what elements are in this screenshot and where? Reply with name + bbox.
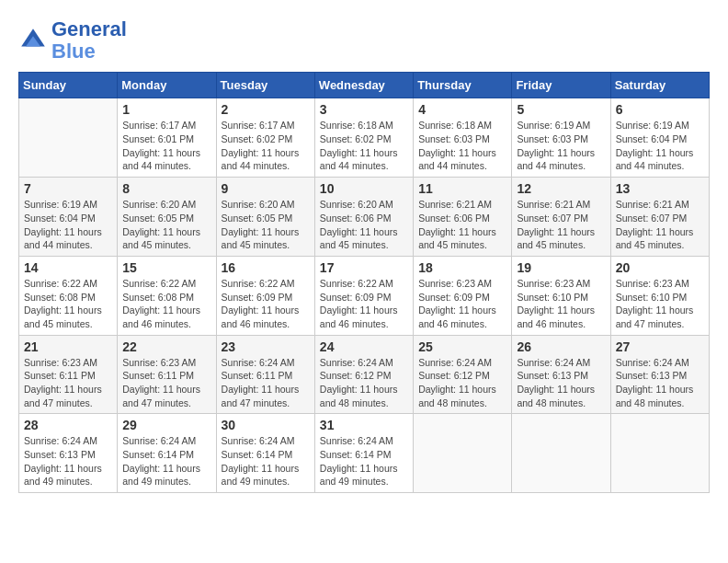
week-row-1: 1Sunrise: 6:17 AMSunset: 6:01 PMDaylight… — [19, 98, 710, 178]
day-number: 7 — [24, 181, 112, 196]
col-header-saturday: Saturday — [610, 73, 709, 98]
day-cell: 28Sunrise: 6:24 AMSunset: 6:13 PMDayligh… — [19, 414, 118, 493]
day-number: 10 — [320, 181, 408, 196]
day-number: 4 — [418, 102, 506, 117]
day-cell: 24Sunrise: 6:24 AMSunset: 6:12 PMDayligh… — [314, 335, 413, 414]
day-info: Sunrise: 6:24 AMSunset: 6:11 PMDaylight:… — [222, 356, 310, 410]
day-number: 15 — [122, 260, 210, 275]
day-info: Sunrise: 6:22 AMSunset: 6:09 PMDaylight:… — [320, 277, 408, 331]
day-info: Sunrise: 6:24 AMSunset: 6:13 PMDaylight:… — [517, 356, 605, 410]
day-number: 24 — [320, 339, 408, 354]
calendar-body: 1Sunrise: 6:17 AMSunset: 6:01 PMDaylight… — [19, 98, 710, 493]
day-cell: 7Sunrise: 6:19 AMSunset: 6:04 PMDaylight… — [19, 178, 118, 257]
logo: GeneralBlue — [18, 18, 127, 63]
day-number: 5 — [517, 102, 605, 117]
day-cell — [610, 414, 709, 493]
day-info: Sunrise: 6:23 AMSunset: 6:11 PMDaylight:… — [24, 356, 112, 410]
day-number: 13 — [616, 181, 704, 196]
day-info: Sunrise: 6:21 AMSunset: 6:07 PMDaylight:… — [616, 198, 704, 252]
day-number: 22 — [122, 339, 210, 354]
day-number: 8 — [122, 181, 210, 196]
day-number: 29 — [122, 418, 210, 432]
day-info: Sunrise: 6:17 AMSunset: 6:01 PMDaylight:… — [122, 119, 210, 173]
day-info: Sunrise: 6:18 AMSunset: 6:02 PMDaylight:… — [320, 119, 408, 173]
col-header-tuesday: Tuesday — [216, 73, 314, 98]
day-cell: 17Sunrise: 6:22 AMSunset: 6:09 PMDayligh… — [314, 256, 413, 335]
day-cell: 31Sunrise: 6:24 AMSunset: 6:14 PMDayligh… — [314, 414, 413, 493]
day-info: Sunrise: 6:23 AMSunset: 6:09 PMDaylight:… — [418, 277, 506, 331]
day-info: Sunrise: 6:23 AMSunset: 6:10 PMDaylight:… — [517, 277, 605, 331]
day-cell: 5Sunrise: 6:19 AMSunset: 6:03 PMDaylight… — [512, 98, 610, 178]
day-info: Sunrise: 6:20 AMSunset: 6:05 PMDaylight:… — [222, 198, 310, 252]
day-info: Sunrise: 6:18 AMSunset: 6:03 PMDaylight:… — [418, 119, 506, 173]
day-cell: 9Sunrise: 6:20 AMSunset: 6:05 PMDaylight… — [216, 178, 314, 257]
calendar-table: SundayMondayTuesdayWednesdayThursdayFrid… — [18, 72, 710, 493]
day-info: Sunrise: 6:24 AMSunset: 6:14 PMDaylight:… — [222, 434, 310, 488]
day-info: Sunrise: 6:20 AMSunset: 6:05 PMDaylight:… — [122, 198, 210, 252]
calendar-header: SundayMondayTuesdayWednesdayThursdayFrid… — [19, 73, 710, 98]
day-number: 27 — [616, 339, 704, 354]
col-header-friday: Friday — [512, 73, 610, 98]
day-cell: 26Sunrise: 6:24 AMSunset: 6:13 PMDayligh… — [512, 335, 610, 414]
day-number: 16 — [222, 260, 310, 275]
week-row-2: 7Sunrise: 6:19 AMSunset: 6:04 PMDaylight… — [19, 178, 710, 257]
day-number: 23 — [222, 339, 310, 354]
day-number: 25 — [418, 339, 506, 354]
day-number: 1 — [122, 102, 210, 117]
day-cell: 15Sunrise: 6:22 AMSunset: 6:08 PMDayligh… — [118, 256, 216, 335]
day-cell: 1Sunrise: 6:17 AMSunset: 6:01 PMDaylight… — [118, 98, 216, 178]
day-cell: 22Sunrise: 6:23 AMSunset: 6:11 PMDayligh… — [118, 335, 216, 414]
day-cell: 16Sunrise: 6:22 AMSunset: 6:09 PMDayligh… — [216, 256, 314, 335]
day-info: Sunrise: 6:22 AMSunset: 6:08 PMDaylight:… — [24, 277, 112, 331]
header-row: SundayMondayTuesdayWednesdayThursdayFrid… — [19, 73, 710, 98]
col-header-thursday: Thursday — [414, 73, 512, 98]
day-info: Sunrise: 6:20 AMSunset: 6:06 PMDaylight:… — [320, 198, 408, 252]
day-number: 30 — [222, 418, 310, 432]
day-number: 31 — [320, 418, 408, 432]
day-cell: 30Sunrise: 6:24 AMSunset: 6:14 PMDayligh… — [216, 414, 314, 493]
day-cell — [414, 414, 512, 493]
logo-text: GeneralBlue — [51, 18, 127, 63]
day-number: 2 — [222, 102, 310, 117]
day-cell: 23Sunrise: 6:24 AMSunset: 6:11 PMDayligh… — [216, 335, 314, 414]
day-number: 6 — [616, 102, 704, 117]
day-cell: 6Sunrise: 6:19 AMSunset: 6:04 PMDaylight… — [610, 98, 709, 178]
day-cell: 14Sunrise: 6:22 AMSunset: 6:08 PMDayligh… — [19, 256, 118, 335]
col-header-sunday: Sunday — [19, 73, 118, 98]
day-cell: 18Sunrise: 6:23 AMSunset: 6:09 PMDayligh… — [414, 256, 512, 335]
day-number: 17 — [320, 260, 408, 275]
day-cell: 29Sunrise: 6:24 AMSunset: 6:14 PMDayligh… — [118, 414, 216, 493]
page-header: GeneralBlue — [18, 18, 710, 63]
day-info: Sunrise: 6:17 AMSunset: 6:02 PMDaylight:… — [222, 119, 310, 173]
day-cell — [512, 414, 610, 493]
day-number: 26 — [517, 339, 605, 354]
day-info: Sunrise: 6:24 AMSunset: 6:12 PMDaylight:… — [320, 356, 408, 410]
day-cell: 21Sunrise: 6:23 AMSunset: 6:11 PMDayligh… — [19, 335, 118, 414]
day-number: 28 — [24, 418, 112, 432]
week-row-3: 14Sunrise: 6:22 AMSunset: 6:08 PMDayligh… — [19, 256, 710, 335]
day-number: 21 — [24, 339, 112, 354]
day-cell: 12Sunrise: 6:21 AMSunset: 6:07 PMDayligh… — [512, 178, 610, 257]
day-cell: 3Sunrise: 6:18 AMSunset: 6:02 PMDaylight… — [314, 98, 413, 178]
day-info: Sunrise: 6:23 AMSunset: 6:11 PMDaylight:… — [122, 356, 210, 410]
day-info: Sunrise: 6:22 AMSunset: 6:09 PMDaylight:… — [222, 277, 310, 331]
logo-icon — [18, 26, 48, 55]
col-header-wednesday: Wednesday — [314, 73, 413, 98]
day-info: Sunrise: 6:24 AMSunset: 6:12 PMDaylight:… — [418, 356, 506, 410]
day-info: Sunrise: 6:23 AMSunset: 6:10 PMDaylight:… — [616, 277, 704, 331]
day-cell: 27Sunrise: 6:24 AMSunset: 6:13 PMDayligh… — [610, 335, 709, 414]
day-info: Sunrise: 6:24 AMSunset: 6:13 PMDaylight:… — [616, 356, 704, 410]
day-cell: 25Sunrise: 6:24 AMSunset: 6:12 PMDayligh… — [414, 335, 512, 414]
day-cell: 4Sunrise: 6:18 AMSunset: 6:03 PMDaylight… — [414, 98, 512, 178]
day-number: 20 — [616, 260, 704, 275]
day-number: 18 — [418, 260, 506, 275]
day-number: 11 — [418, 181, 506, 196]
day-number: 14 — [24, 260, 112, 275]
day-cell: 20Sunrise: 6:23 AMSunset: 6:10 PMDayligh… — [610, 256, 709, 335]
day-info: Sunrise: 6:19 AMSunset: 6:04 PMDaylight:… — [616, 119, 704, 173]
day-info: Sunrise: 6:21 AMSunset: 6:06 PMDaylight:… — [418, 198, 506, 252]
day-cell — [19, 98, 118, 178]
week-row-4: 21Sunrise: 6:23 AMSunset: 6:11 PMDayligh… — [19, 335, 710, 414]
day-cell: 13Sunrise: 6:21 AMSunset: 6:07 PMDayligh… — [610, 178, 709, 257]
day-cell: 2Sunrise: 6:17 AMSunset: 6:02 PMDaylight… — [216, 98, 314, 178]
